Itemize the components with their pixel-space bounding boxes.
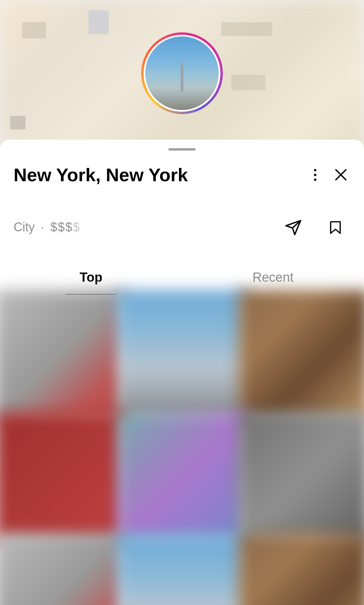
location-title: New York, New York [14, 164, 299, 185]
meta-actions [284, 218, 350, 237]
share-button[interactable] [284, 218, 303, 237]
post-thumbnail[interactable] [0, 412, 126, 542]
location-sheet: New York, New York City · $$$$ [0, 140, 364, 605]
header-row: New York, New York [0, 164, 364, 185]
bookmark-button[interactable] [326, 218, 345, 237]
post-thumbnail[interactable] [117, 412, 247, 542]
send-icon [284, 218, 302, 236]
close-button[interactable] [331, 165, 350, 184]
bookmark-icon [327, 219, 344, 235]
posts-grid [0, 295, 364, 605]
sheet-drag-handle[interactable] [168, 148, 196, 151]
post-thumbnail[interactable] [238, 412, 364, 542]
post-thumbnail[interactable] [117, 533, 247, 605]
more-vertical-icon [314, 169, 316, 181]
tab-recent[interactable]: Recent [182, 261, 364, 294]
post-thumbnail[interactable] [238, 290, 364, 420]
meta-separator: · [41, 220, 44, 234]
close-icon [333, 167, 348, 182]
tab-top[interactable]: Top [0, 261, 182, 294]
post-thumbnail[interactable] [117, 290, 247, 420]
meta-row: City · $$$$ [0, 218, 364, 237]
post-thumbnail[interactable] [0, 290, 126, 420]
post-thumbnail[interactable] [238, 533, 364, 605]
more-options-button[interactable] [305, 165, 325, 184]
location-story-ring[interactable] [141, 32, 223, 114]
location-meta: City · $$$$ [14, 220, 80, 234]
location-category: City [14, 220, 35, 234]
price-level: $$$$ [50, 220, 80, 234]
post-thumbnail[interactable] [0, 533, 126, 605]
location-story-thumbnail [145, 36, 219, 110]
